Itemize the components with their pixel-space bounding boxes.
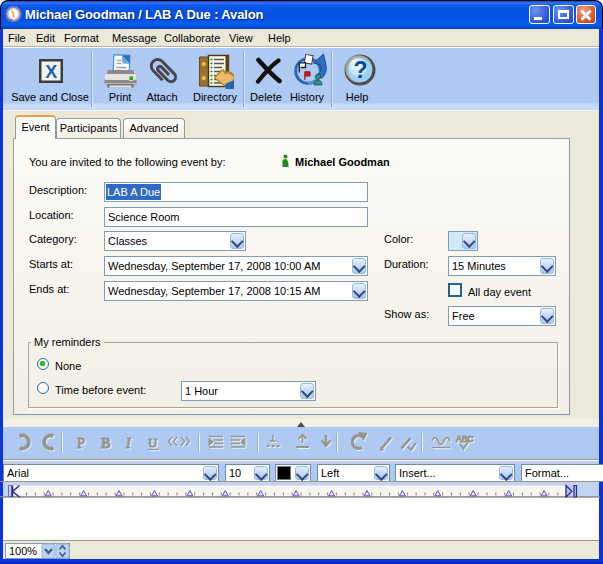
svg-text:?: ? [353,57,367,83]
svg-text:X: X [45,62,57,82]
svg-text:100%: 100% [9,545,37,557]
